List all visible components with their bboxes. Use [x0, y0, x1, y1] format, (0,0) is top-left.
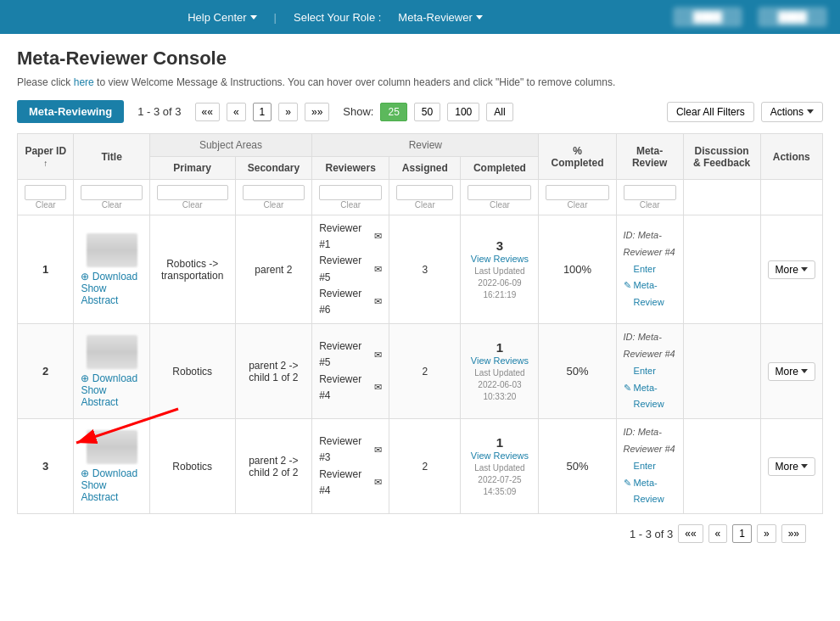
- cell-secondary-3: parent 2 -> child 2 of 2: [235, 419, 312, 514]
- last-updated-1: Last Updated 2022-06-09 16:21:19: [474, 266, 525, 299]
- meta-id-1: ID: Meta-Reviewer #4: [624, 227, 676, 261]
- cell-discussion-3: [683, 419, 760, 514]
- nav-button-2[interactable]: ████: [759, 8, 826, 26]
- cell-completed-2: 1 View Reviews Last Updated 2022-06-03 1…: [461, 324, 539, 419]
- meta-reviewing-tab[interactable]: Meta-Reviewing: [17, 100, 124, 123]
- show-100-button[interactable]: 100: [447, 103, 479, 121]
- filter-meta-review[interactable]: [624, 185, 676, 200]
- cell-secondary-1: parent 2: [235, 215, 312, 324]
- download-link-2[interactable]: Download: [92, 372, 137, 384]
- col-discussion-feedback[interactable]: Discussion & Feedback: [683, 134, 760, 180]
- filter-primary[interactable]: [157, 185, 228, 200]
- top-navigation: Help Center | Select Your Role : Meta-Re…: [0, 0, 840, 34]
- cell-assigned-2: 2: [389, 324, 461, 419]
- bottom-next-page-button[interactable]: »: [757, 524, 776, 543]
- reviewer-row: Reviewer #4 ✉: [319, 372, 382, 404]
- cell-actions-1: More: [760, 215, 822, 324]
- cell-assigned-3: 2: [389, 419, 461, 514]
- cell-primary-2: Robotics: [149, 324, 235, 419]
- view-reviews-link-3[interactable]: View Reviews: [471, 450, 529, 461]
- page-description: Please click here to view Welcome Messag…: [17, 76, 823, 88]
- enter-meta-review-link-2[interactable]: ✎ Enter Meta-Review: [624, 363, 676, 413]
- filter-assigned[interactable]: [396, 185, 453, 200]
- more-button-1[interactable]: More: [768, 260, 815, 279]
- edit-icon-1: ✎: [624, 277, 631, 294]
- filter-completed[interactable]: [468, 185, 531, 200]
- first-page-button[interactable]: ««: [195, 103, 220, 121]
- cell-secondary-2: parent 2 -> child 1 of 2: [235, 324, 312, 419]
- filter-pct-completed[interactable]: [546, 185, 608, 200]
- more-button-2[interactable]: More: [768, 362, 815, 381]
- show-25-button[interactable]: 25: [380, 103, 406, 121]
- col-meta-review[interactable]: Meta-Review: [616, 134, 683, 180]
- cell-discussion-1: [683, 215, 760, 324]
- current-page-button[interactable]: 1: [253, 103, 272, 121]
- paper-thumbnail-2: [87, 335, 137, 369]
- cell-pct-2: 50%: [539, 324, 616, 419]
- col-reviewers[interactable]: Reviewers: [312, 157, 389, 180]
- meta-reviewer-dropdown[interactable]: Meta-Reviewer: [398, 11, 482, 24]
- view-reviews-link-1[interactable]: View Reviews: [471, 254, 529, 264]
- cell-meta-review-2: ID: Meta-Reviewer #4 ✎ Enter Meta-Review: [616, 324, 683, 419]
- nav-button-1[interactable]: ████: [674, 8, 742, 26]
- email-icon: ✉: [374, 380, 382, 395]
- filter-title[interactable]: [81, 185, 142, 200]
- table-row: 1 ⊕ Download Show Abstract Robotics -> t…: [18, 215, 823, 324]
- enter-meta-review-link-1[interactable]: ✎ Enter Meta-Review: [624, 261, 676, 311]
- last-updated-2: Last Updated 2022-06-03 10:33:20: [474, 368, 525, 401]
- show-50-button[interactable]: 50: [414, 103, 440, 121]
- paper-thumbnail-1: [87, 233, 137, 267]
- col-primary[interactable]: Primary: [149, 157, 235, 180]
- download-icon-1: ⊕: [81, 271, 89, 283]
- col-paper-id[interactable]: Paper ID ↑: [18, 134, 74, 180]
- bottom-prev-page-button[interactable]: «: [708, 524, 728, 543]
- help-center-link[interactable]: Help Center: [188, 11, 256, 24]
- cell-meta-review-1: ID: Meta-Reviewer #4 ✎ Enter Meta-Review: [616, 215, 683, 324]
- bottom-current-page-button[interactable]: 1: [732, 524, 752, 543]
- show-abstract-link-3[interactable]: Show Abstract: [81, 479, 118, 503]
- cell-primary-3: Robotics: [149, 419, 235, 514]
- sort-icon-paper-id: ↑: [43, 159, 48, 168]
- meta-reviewer-caret: [476, 15, 483, 20]
- show-abstract-link-2[interactable]: Show Abstract: [81, 384, 118, 408]
- actions-dropdown-button[interactable]: Actions: [761, 102, 823, 122]
- cell-pct-1: 100%: [539, 215, 616, 324]
- email-icon: ✉: [374, 475, 382, 490]
- filter-secondary[interactable]: [243, 185, 305, 200]
- col-actions: Actions: [760, 134, 822, 180]
- enter-meta-review-link-3[interactable]: ✎ Enter Meta-Review: [624, 458, 676, 508]
- cell-completed-1: 3 View Reviews Last Updated 2022-06-09 1…: [461, 215, 539, 324]
- more-button-3[interactable]: More: [768, 457, 815, 476]
- meta-id-3: ID: Meta-Reviewer #4: [624, 424, 676, 458]
- col-pct-completed[interactable]: % Completed: [539, 134, 616, 180]
- show-all-button[interactable]: All: [486, 103, 512, 121]
- email-icon: ✉: [374, 443, 382, 458]
- filter-paper-id[interactable]: [25, 185, 66, 200]
- filter-reviewers[interactable]: [319, 185, 382, 200]
- last-updated-3: Last Updated 2022-07-25 14:35:09: [474, 463, 525, 496]
- bottom-first-page-button[interactable]: ««: [678, 524, 703, 543]
- nav-separator-1: |: [274, 11, 277, 24]
- download-icon-2: ⊕: [81, 372, 89, 384]
- show-abstract-link-1[interactable]: Show Abstract: [81, 283, 118, 306]
- view-reviews-link-2[interactable]: View Reviews: [471, 355, 529, 366]
- prev-page-button[interactable]: «: [227, 103, 246, 121]
- here-link[interactable]: here: [74, 76, 94, 88]
- cell-reviewers-2: Reviewer #5 ✉ Reviewer #4 ✉: [312, 324, 389, 419]
- download-icon-3: ⊕: [81, 467, 89, 479]
- col-secondary[interactable]: Secondary: [235, 157, 312, 180]
- last-page-button[interactable]: »»: [305, 103, 329, 121]
- meta-id-2: ID: Meta-Reviewer #4: [624, 329, 676, 363]
- col-completed[interactable]: Completed: [461, 157, 539, 180]
- next-page-button[interactable]: »: [278, 103, 298, 121]
- cell-pct-3: 50%: [539, 419, 616, 514]
- download-link-1[interactable]: Download: [92, 271, 137, 283]
- clear-filters-button[interactable]: Clear All Filters: [667, 102, 754, 122]
- bottom-last-page-button[interactable]: »»: [781, 524, 806, 543]
- col-assigned[interactable]: Assigned: [389, 157, 461, 180]
- reviewer-row: Reviewer #5 ✉: [319, 253, 382, 285]
- bottom-pagination: 1 - 3 of 3 «« « 1 » »»: [17, 514, 823, 553]
- download-link-3[interactable]: Download: [92, 467, 137, 479]
- reviewer-row: Reviewer #1 ✉: [319, 221, 382, 253]
- col-title[interactable]: Title: [74, 134, 149, 180]
